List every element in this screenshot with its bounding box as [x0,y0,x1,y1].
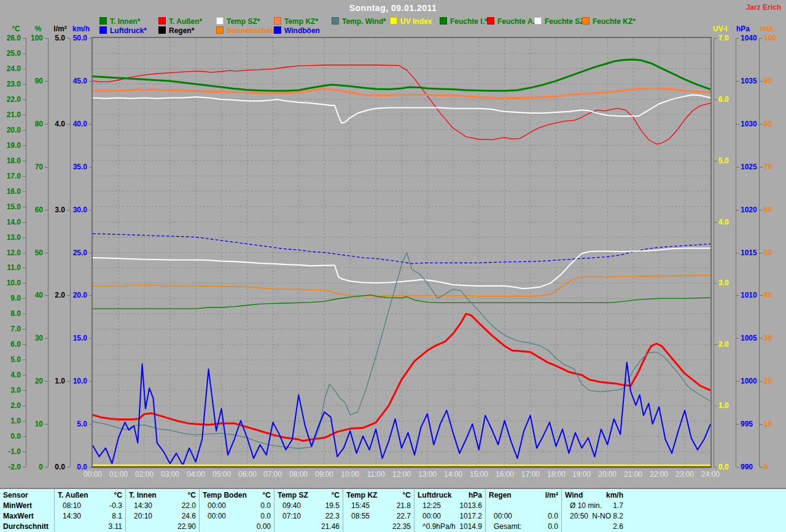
cell-time: 12:25 [418,501,441,511]
legend-label: Feuchte A.* [497,17,538,26]
axis-tick [736,295,739,296]
axis-tick-label-hpa: 1015 [741,249,761,256]
table-row: 00:000.0 [203,501,271,511]
swatch-blue-icon [99,26,107,34]
sensor-unit: l/m² [545,490,558,501]
table-row: 00:001017.2 [418,511,482,522]
cell-value: 19.5 [325,501,340,511]
table-row: 00:000.0 [203,511,271,522]
axis-tick-label-percent: 20 [22,377,43,385]
x-axis-label: 24:00 [697,470,724,479]
axis-tick [23,145,26,146]
axis-tick-label-hpa: 1025 [741,163,761,171]
table-row: 22.90 [129,522,196,532]
axis-tick [736,253,739,253]
table-column-header: LuftdruckhPa [418,490,482,501]
axis-tick-label-percent: 100 [22,34,43,42]
cell-value: 22.90 [177,522,196,532]
x-axis-label: 18:00 [543,470,570,479]
cell-value: 21.8 [397,501,411,511]
table-row: 07:1022.3 [278,511,340,522]
x-axis-label: 17:00 [517,470,544,479]
sensor-unit: °C [263,490,271,501]
axis-tick-label-tempC: 8.0 [0,310,21,317]
swatch-black-icon [158,26,166,34]
swatch-teal-icon [332,17,339,25]
table-column-temp-sz: Temp SZ°C09:4019.507:1022.321.46 [274,489,343,532]
axis-tick-label-min: 50 [764,249,785,256]
axis-tick [23,222,26,223]
axis-tick-label-percent: 50 [22,249,43,256]
axis-tick [760,81,763,82]
axis-tick [23,344,26,345]
axis-tick-label-tempC: 9.0 [0,295,21,302]
cell-time: 07:10 [278,511,301,522]
cell-time: Gesamt: [489,522,521,532]
sensor-unit: °C [114,490,122,501]
axis-tick-label-tempC: 17.0 [0,172,21,180]
cell-time: 14:30 [58,511,81,522]
table-row: 21.46 [278,522,340,532]
cell-time [278,522,282,532]
axis-tick [760,295,763,296]
axis-tick [736,81,739,82]
axis-tick [760,253,763,253]
cell-time: 08:55 [346,511,370,522]
table-label-column: SensorMinWertMaxWertDurchschnitt [0,489,54,532]
axis-tick [736,424,739,425]
legend-label: Feuchte I.* [450,17,488,26]
axis-tick [736,124,739,125]
axis-tick-label-tempC: 23.0 [0,80,21,88]
axis-tick [23,191,26,192]
swatch-orange-icon [216,26,224,34]
x-axis-label: 21:00 [620,470,647,479]
cell-value: 0.0 [260,501,271,511]
cell-time: 20:50 [565,511,588,522]
table-row: 20:1024.6 [129,511,196,522]
swatch-orange-icon [582,17,590,25]
table-row: 14:308.1 [58,511,122,522]
axis-tick [760,167,763,168]
table-column-header: Temp Boden°C [203,490,271,501]
axis-tick [760,381,763,382]
cell-time: 00:00 [418,511,441,522]
table-row: 22.35 [346,522,411,532]
axis-tick-label-tempC: 10.0 [0,279,21,287]
table-row: 12:251013.6 [418,501,482,511]
legend-label: Sonnenschein [227,26,277,35]
legend-item-sonnenschein: Sonnenschein [216,26,277,34]
x-axis-label: 15:00 [465,470,492,479]
legend-item-t-innen-: T. Innen* [99,17,140,25]
cell-value: 22.0 [182,501,196,511]
axis-tick [23,69,26,69]
axis-tick-label-kmh: 45.0 [66,77,87,85]
x-axis-label: 10:00 [337,470,364,479]
axis-tick [23,99,26,100]
axis-tick [760,338,763,339]
cell-value: 0.0 [548,511,558,522]
author-label: Jarz Erich [746,3,781,12]
axis-tick-label-tempC: 15.0 [0,203,21,210]
axis-tick [45,338,48,339]
cell-time: 09:40 [278,501,301,511]
table-row: 08:10-0.3 [58,501,122,511]
axis-tick-label-tempC: 14.0 [0,218,21,226]
sensor-name: Temp KZ [346,490,377,501]
sensor-unit: hPa [469,490,482,501]
sensor-name: T. Innen [129,490,157,501]
axis-tick [714,222,717,223]
axis-header-tempC: °C [4,25,28,33]
axis-tick-label-kmh: 15.0 [66,334,87,342]
legend-item-windb-en: Windböen [274,26,320,34]
x-axis-label: 11:00 [362,470,389,479]
x-axis-label: 07:00 [259,470,286,479]
axis-tick-label-tempC: 4.0 [0,371,21,379]
legend-item-temp-wind-: Temp. Wind* [332,17,386,25]
axis-tick-label-tempC: 18.0 [0,157,21,164]
cell-value: 1013.6 [459,501,482,511]
axis-tick-label-hpa: 1035 [741,77,761,85]
axis-tick-label-tempC: -2.0 [0,463,21,471]
legend-item-t-au-en-: T. Außen* [158,17,202,25]
axis-tick-label-tempC: 1.0 [0,417,21,425]
cell-time [565,522,570,532]
